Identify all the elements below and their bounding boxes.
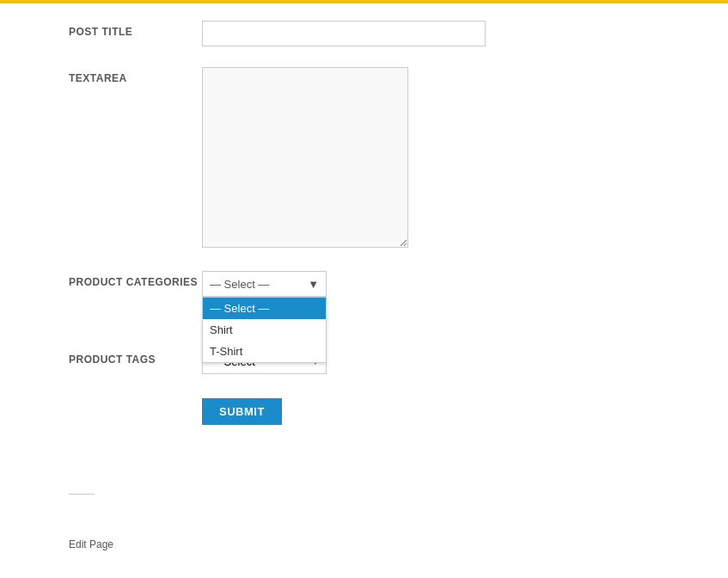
post-title-label: POST TITLE	[69, 21, 202, 38]
product-categories-field: — Select — ▼ — Select — Shirt T-Shirt	[202, 271, 659, 297]
textarea-field	[202, 67, 659, 250]
edit-page-link[interactable]: Edit Page	[69, 538, 113, 550]
edit-page-section: Edit Page	[69, 538, 728, 550]
page-container: POST TITLE TEXTAREA PRODUCT CATEGORIES —…	[0, 0, 728, 578]
edit-divider	[69, 494, 95, 495]
post-title-input[interactable]	[202, 21, 486, 46]
product-categories-label: PRODUCT CATEGORIES	[69, 271, 202, 288]
product-categories-select-box[interactable]: — Select — ▼	[202, 271, 327, 297]
submit-button[interactable]: SUBMIT	[202, 398, 282, 425]
product-tags-label: PRODUCT TAGS	[69, 348, 202, 366]
chevron-down-icon: ▼	[308, 278, 319, 291]
post-title-row: POST TITLE	[69, 21, 659, 46]
main-textarea[interactable]	[202, 67, 408, 248]
dropdown-option-tshirt[interactable]: T-Shirt	[203, 341, 326, 362]
product-categories-row: PRODUCT CATEGORIES — Select — ▼ — Select…	[69, 271, 659, 297]
product-categories-dropdown-list: — Select — Shirt T-Shirt	[202, 297, 327, 363]
product-tags-row: PRODUCT TAGS — Select — ▼	[69, 348, 659, 374]
textarea-label: TEXTAREA	[69, 67, 202, 84]
form-container: POST TITLE TEXTAREA PRODUCT CATEGORIES —…	[0, 3, 728, 459]
dropdown-option-select[interactable]: — Select —	[203, 298, 326, 319]
select-box-value: — Select —	[210, 278, 269, 291]
post-title-field	[202, 21, 659, 46]
textarea-row: TEXTAREA	[69, 67, 659, 250]
dropdown-option-shirt[interactable]: Shirt	[203, 319, 326, 341]
product-categories-dropdown[interactable]: — Select — ▼ — Select — Shirt T-Shirt	[202, 271, 327, 297]
